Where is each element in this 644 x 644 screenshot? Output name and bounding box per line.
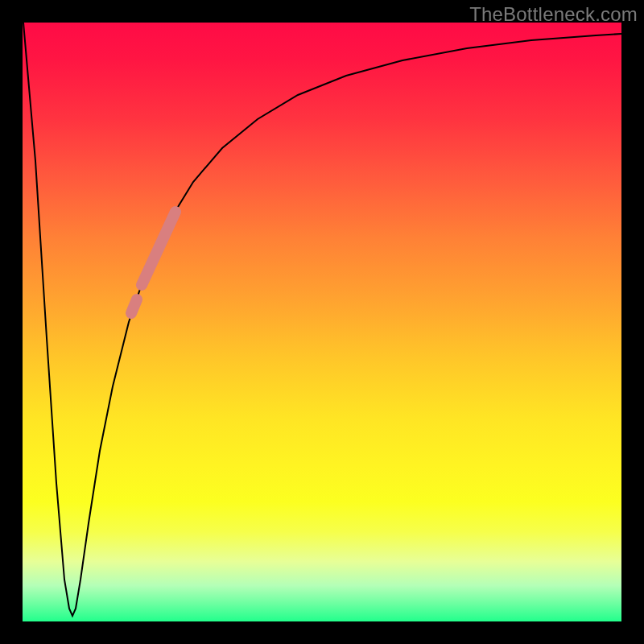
watermark-text: TheBottleneck.com (469, 3, 638, 26)
chart-stage: TheBottleneck.com (0, 0, 644, 644)
gradient-plot-background (23, 23, 621, 621)
